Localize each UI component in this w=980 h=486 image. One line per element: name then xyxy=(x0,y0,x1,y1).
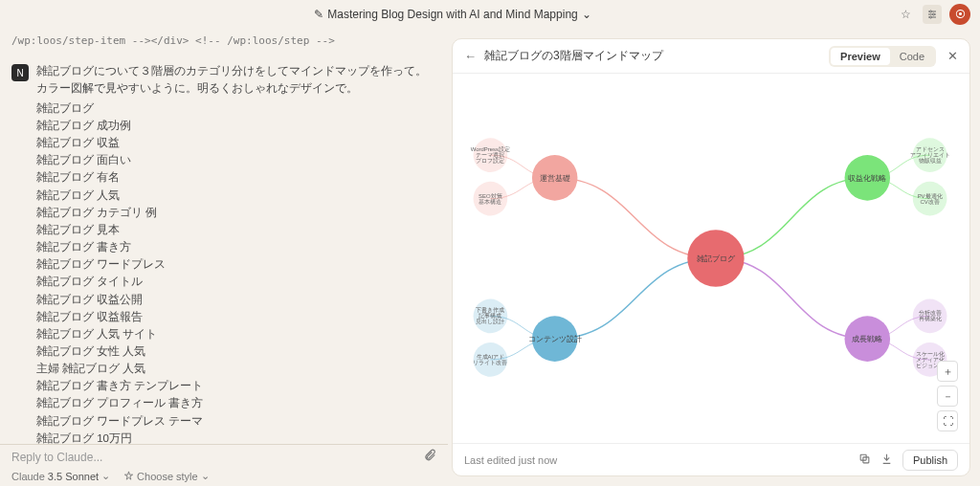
svg-text:基本構造: 基本構造 xyxy=(479,199,501,205)
svg-text:SEO対策: SEO対策 xyxy=(479,192,502,199)
keyword-item: 主婦 雑記ブログ 人気 xyxy=(36,360,431,377)
keyword-item: 雑記ブログ 収益報告 xyxy=(36,308,431,325)
keyword-item: 雑記ブログ カテゴリ 例 xyxy=(36,204,431,221)
chat-icon: ✎ xyxy=(314,8,323,21)
app-header: ✎ Mastering Blog Design with AI and Mind… xyxy=(0,0,980,29)
last-edited-label: Last edited just now xyxy=(464,454,557,466)
sliders-icon[interactable] xyxy=(923,5,942,24)
keyword-item: 雑記ブログ タイトル xyxy=(36,273,431,290)
zoom-out-button[interactable]: － xyxy=(937,386,958,407)
view-toggle: Preview Code xyxy=(829,46,936,67)
page-title: Mastering Blog Design with AI and Mind M… xyxy=(327,8,577,21)
keyword-item: 雑記ブログ 10万円 xyxy=(36,430,431,444)
svg-text:収益化戦略: 収益化戦略 xyxy=(848,174,886,183)
user-message-avatar: N xyxy=(11,64,29,81)
svg-text:分析改善: 分析改善 xyxy=(919,309,942,316)
keyword-item: 雑記ブログ 面白い xyxy=(36,151,431,168)
keyword-item: 雑記ブログ 書き方 xyxy=(36,238,431,255)
svg-text:WordPress設定: WordPress設定 xyxy=(471,145,510,152)
back-arrow-icon[interactable]: ← xyxy=(464,49,477,63)
svg-text:プロフ設定: プロフ設定 xyxy=(476,157,504,164)
keyword-item: 雑記ブログ 人気 サイト xyxy=(36,325,431,342)
star-icon[interactable]: ☆ xyxy=(896,5,915,24)
keyword-item: 雑記ブログ 収益 xyxy=(36,134,431,151)
svg-text:雑記ブログ: 雑記ブログ xyxy=(697,254,736,263)
svg-text:成長戦略: 成長戦略 xyxy=(852,335,882,343)
keyword-item: 雑記ブログ プロフィール 書き方 xyxy=(36,394,431,411)
keyword-item: 雑記ブログ 成功例 xyxy=(36,117,431,134)
chevron-down-icon: ⌄ xyxy=(201,470,210,482)
artifact-footer: Last edited just now Publish xyxy=(453,443,969,475)
zoom-controls: ＋ － ⛶ xyxy=(937,361,958,431)
keyword-item: 雑記ブログ ワードプレス xyxy=(36,255,431,273)
attach-icon[interactable] xyxy=(423,449,436,466)
svg-text:CV改善: CV改善 xyxy=(921,198,940,205)
keyword-list: 雑記ブログ雑記ブログ 成功例雑記ブログ 収益雑記ブログ 面白い雑記ブログ 有名雑… xyxy=(11,99,431,444)
svg-point-4 xyxy=(933,13,935,15)
keyword-item: 雑記ブログ ワードプレス テーマ xyxy=(36,412,431,430)
zoom-in-button[interactable]: ＋ xyxy=(937,361,958,382)
keyword-item: 雑記ブログ 女性 人気 xyxy=(36,342,431,360)
svg-point-5 xyxy=(930,16,932,18)
keyword-item: 雑記ブログ 収益公開 xyxy=(36,291,431,308)
svg-text:コンテンツ設計: コンテンツ設計 xyxy=(528,335,582,343)
svg-point-3 xyxy=(930,11,932,12)
artifact-pane: ← 雑記ブログの3階層マインドマップ Preview Code ✕ WordPr… xyxy=(448,29,980,486)
user-avatar[interactable]: ⦿ xyxy=(949,4,970,25)
user-message-text: 雑記ブログについて３階層のカテゴリ分けをしてマインドマップを作って。カラー図解で… xyxy=(36,62,431,98)
artifact-title: 雑記ブログの3階層マインドマップ xyxy=(484,48,821,64)
keyword-item: 雑記ブログ 有名 xyxy=(36,168,431,186)
svg-text:PV最適化: PV最適化 xyxy=(918,192,943,199)
chevron-down-icon[interactable]: ⌄ xyxy=(582,8,591,21)
copy-icon[interactable] xyxy=(858,453,871,467)
chevron-down-icon: ⌄ xyxy=(101,470,110,482)
code-tab[interactable]: Code xyxy=(890,48,934,65)
close-icon[interactable]: ✕ xyxy=(947,49,958,63)
artifact-header: ← 雑記ブログの3階層マインドマップ Preview Code ✕ xyxy=(453,39,969,74)
keyword-item: 雑記ブログ 人気 xyxy=(36,187,431,204)
chat-pane: /wp:loos/step-item --></div> <!-- /wp:lo… xyxy=(0,29,448,486)
download-icon[interactable] xyxy=(880,453,893,467)
svg-text:運営基礎: 運営基礎 xyxy=(540,174,570,183)
svg-text:再構築化: 再構築化 xyxy=(919,316,942,321)
keyword-item: 雑記ブログ 見本 xyxy=(36,221,431,238)
artifact-canvas[interactable]: WordPress設定テーマ選択プロフ設定SEO対策基本構造下書き作成記事構成見… xyxy=(453,74,969,443)
svg-text:見出し設計: 見出し設計 xyxy=(476,319,504,324)
preview-tab[interactable]: Preview xyxy=(831,48,890,65)
keyword-item: 雑記ブログ 書き方 テンプレート xyxy=(36,377,431,394)
mindmap-svg: WordPress設定テーマ選択プロフ設定SEO対策基本構造下書き作成記事構成見… xyxy=(453,74,969,443)
svg-text:物販収益: 物販収益 xyxy=(919,158,942,164)
chat-scroll[interactable]: /wp:loos/step-item --></div> <!-- /wp:lo… xyxy=(0,29,448,444)
reply-input[interactable]: Reply to Claude... xyxy=(11,451,102,464)
model-selector[interactable]: Claude 3.5 Sonnet ⌄ xyxy=(11,470,110,482)
keyword-item: 雑記ブログ xyxy=(36,99,431,117)
header-title-wrap[interactable]: ✎ Mastering Blog Design with AI and Mind… xyxy=(10,8,896,21)
code-snippet: /wp:loos/step-item --></div> <!-- /wp:lo… xyxy=(11,29,431,56)
publish-button[interactable]: Publish xyxy=(902,450,958,471)
user-message: N 雑記ブログについて３階層のカテゴリ分けをしてマインドマップを作って。カラー図… xyxy=(11,62,431,98)
svg-text:リライト改善: リライト改善 xyxy=(473,359,507,365)
input-bar: Reply to Claude... Claude 3.5 Sonnet ⌄ C… xyxy=(0,444,448,486)
choose-style[interactable]: Choose style ⌄ xyxy=(123,470,210,482)
fullscreen-button[interactable]: ⛶ xyxy=(937,410,958,431)
